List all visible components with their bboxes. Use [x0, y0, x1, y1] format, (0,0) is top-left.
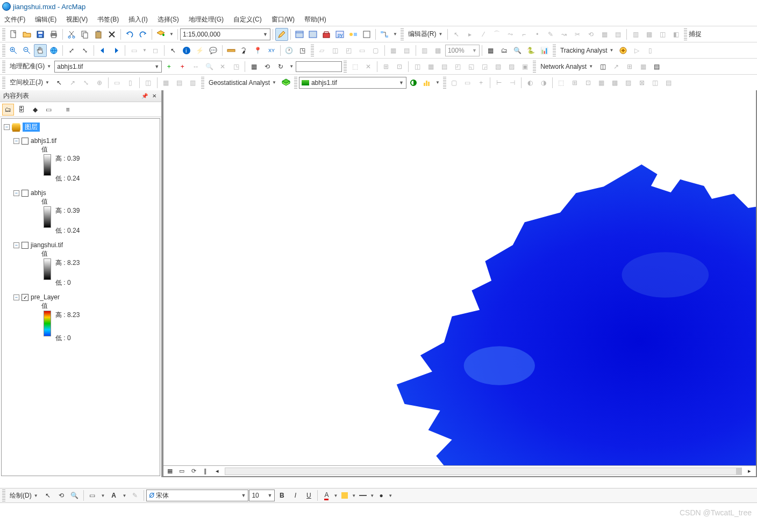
- measure-icon[interactable]: [225, 44, 238, 57]
- font-color-icon[interactable]: A: [320, 489, 333, 502]
- model-builder-icon[interactable]: [347, 28, 360, 41]
- geostat-layer-combo[interactable]: abhjs1.tif ▼: [299, 77, 406, 89]
- toc-close-icon[interactable]: ✕: [151, 92, 158, 100]
- network-analyst-menu[interactable]: Network Analyst▼: [538, 60, 596, 73]
- menu-window[interactable]: 窗口(W): [272, 15, 295, 24]
- histogram-icon[interactable]: [420, 76, 433, 89]
- tree-collapse-icon[interactable]: −: [13, 294, 19, 300]
- arc-toolbox-icon[interactable]: [320, 28, 333, 41]
- toolbar-grip[interactable]: [201, 77, 204, 89]
- tree-collapse-icon[interactable]: −: [13, 190, 19, 196]
- toc-tab-options[interactable]: ≡: [62, 104, 74, 116]
- editor-toolbar-icon[interactable]: [275, 28, 288, 41]
- delete-button[interactable]: [105, 28, 118, 41]
- tree-collapse-icon[interactable]: −: [13, 138, 19, 144]
- toolbar-grip[interactable]: [533, 61, 536, 73]
- na-window-icon[interactable]: ◫: [596, 60, 609, 73]
- georef-rotation-input[interactable]: [296, 61, 342, 72]
- zoom-out-icon[interactable]: [20, 44, 33, 57]
- tree-collapse-icon[interactable]: −: [13, 242, 19, 248]
- scale-combo[interactable]: 1:15,000,000▼: [180, 28, 270, 40]
- subset-icon[interactable]: [407, 76, 420, 89]
- forward-icon[interactable]: [110, 44, 123, 57]
- tree-collapse-icon[interactable]: −: [4, 124, 10, 130]
- delete-control-point-icon[interactable]: +: [176, 60, 189, 73]
- auto-adjust-icon[interactable]: ⟲: [261, 60, 274, 73]
- toolbar-grip[interactable]: [684, 28, 687, 40]
- italic-icon[interactable]: I: [289, 489, 302, 502]
- toc-tab-visibility[interactable]: ◆: [29, 104, 41, 116]
- toc-root-label[interactable]: 图层: [23, 123, 40, 132]
- h-scrollbar[interactable]: [225, 468, 742, 475]
- layer-name[interactable]: jiangshui.tif: [31, 241, 63, 249]
- layer-checkbox[interactable]: [22, 242, 28, 249]
- python-window-icon[interactable]: py: [333, 28, 346, 41]
- select-graphic-icon[interactable]: ↖: [41, 489, 54, 502]
- menu-help[interactable]: 帮助(H): [304, 15, 326, 24]
- print-button[interactable]: [47, 28, 60, 41]
- spatial-adjustment-menu[interactable]: 空间校正(J)▼: [7, 76, 52, 89]
- toc-pin-icon[interactable]: 📌: [141, 92, 148, 100]
- toolbar-grip[interactable]: [2, 28, 5, 40]
- refresh-icon[interactable]: ⟳: [189, 467, 198, 476]
- search-window-icon[interactable]: [306, 28, 319, 41]
- menu-edit[interactable]: 编辑(E): [35, 15, 56, 24]
- capture-label[interactable]: 捕捉: [689, 30, 702, 39]
- toolbar-grip[interactable]: [2, 45, 5, 56]
- bold-icon[interactable]: B: [275, 489, 288, 502]
- link-table-icon[interactable]: ▦: [247, 60, 260, 73]
- window-icon[interactable]: [360, 28, 373, 41]
- rotate-graphic-icon[interactable]: ⟲: [55, 489, 68, 502]
- geostatistical-analyst-menu[interactable]: Geostatistical Analyst▼: [206, 76, 279, 89]
- table-icon[interactable]: ▦: [484, 44, 497, 57]
- find-icon[interactable]: [238, 44, 251, 57]
- toolbar-grip[interactable]: [344, 61, 347, 73]
- menu-selection[interactable]: 选择(S): [158, 15, 179, 24]
- layer-name[interactable]: abhjs1.tif: [31, 137, 56, 145]
- toolbar-grip[interactable]: [2, 61, 5, 73]
- georef-layer-combo[interactable]: abhjs1.tif▼: [54, 61, 162, 73]
- open-button[interactable]: [20, 28, 33, 41]
- new-button[interactable]: [7, 28, 20, 41]
- html-popup-icon[interactable]: 💬: [207, 44, 220, 57]
- search-icon[interactable]: 🔍: [511, 44, 524, 57]
- rectangle-icon[interactable]: ▭: [86, 489, 99, 502]
- font-name-combo[interactable]: Ø 宋体▼: [146, 490, 248, 501]
- toolbar-grip[interactable]: [401, 28, 404, 40]
- python-icon[interactable]: 🐍: [525, 44, 538, 57]
- toolbar-grip[interactable]: [553, 45, 556, 56]
- fixed-zoom-in-icon[interactable]: ⤢: [65, 44, 78, 57]
- toolbar-grip[interactable]: [2, 77, 5, 89]
- add-data-button[interactable]: [154, 28, 167, 41]
- find-route-icon[interactable]: 📍: [252, 44, 265, 57]
- fill-color-icon[interactable]: [338, 489, 351, 502]
- identify-icon[interactable]: i: [180, 44, 193, 57]
- marker-color-icon[interactable]: ●: [375, 489, 388, 502]
- select-elements-icon[interactable]: ↖: [167, 44, 180, 57]
- tracking-analyst-menu[interactable]: Tracking Analyst▼: [558, 44, 617, 57]
- layer-checkbox[interactable]: [22, 190, 28, 197]
- toolbar-grip[interactable]: [294, 77, 297, 89]
- rotate-icon[interactable]: ↻: [274, 60, 287, 73]
- zoom-pct-combo[interactable]: 100%▼: [445, 45, 480, 56]
- toolbar-grip[interactable]: [443, 77, 446, 89]
- layer-name[interactable]: pre_Layer: [31, 293, 60, 301]
- scroll-right-icon[interactable]: ▸: [745, 467, 754, 476]
- add-control-point-icon[interactable]: +: [162, 60, 175, 73]
- save-button[interactable]: [34, 28, 47, 41]
- toolbar-grip[interactable]: [311, 45, 314, 56]
- cut-button[interactable]: [65, 28, 78, 41]
- time-slider-icon[interactable]: 🕐: [283, 44, 296, 57]
- create-viewer-icon[interactable]: ◳: [296, 44, 309, 57]
- layer-checkbox[interactable]: [22, 138, 28, 145]
- line-color-icon[interactable]: [356, 489, 369, 502]
- undo-button[interactable]: [123, 28, 136, 41]
- data-view-icon[interactable]: ▦: [166, 467, 174, 476]
- georeferencing-menu[interactable]: 地理配准(G)▼: [7, 60, 54, 73]
- layer-name[interactable]: abhjs: [31, 189, 46, 197]
- tracking-add-icon[interactable]: [617, 44, 630, 57]
- back-icon[interactable]: [96, 44, 109, 57]
- menu-view[interactable]: 视图(V): [66, 15, 88, 24]
- fixed-zoom-out-icon[interactable]: ⤡: [78, 44, 91, 57]
- flow-icon[interactable]: [378, 28, 391, 41]
